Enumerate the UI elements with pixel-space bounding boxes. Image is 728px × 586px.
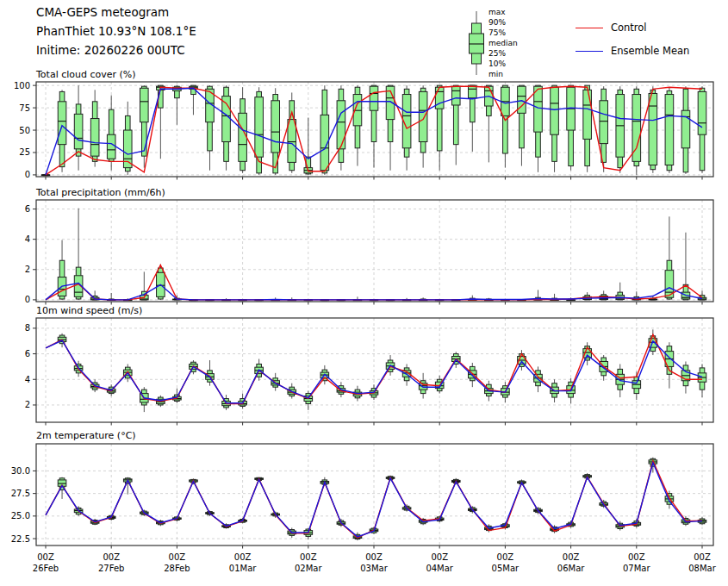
svg-text:01Mar: 01Mar xyxy=(229,564,257,573)
boxplot-legend-label-max: max xyxy=(488,8,506,16)
svg-text:05Mar: 05Mar xyxy=(492,564,520,573)
precip-grid xyxy=(36,200,713,302)
svg-text:75: 75 xyxy=(19,103,30,113)
temp-axis-labels: 22.525.027.530.000Z26Feb00Z27Feb00Z28Feb… xyxy=(11,466,717,573)
precip-boxplots xyxy=(58,209,706,301)
svg-text:06Mar: 06Mar xyxy=(557,564,585,573)
svg-text:27Feb: 27Feb xyxy=(98,564,124,573)
svg-text:00Z: 00Z xyxy=(169,552,186,562)
svg-text:04Mar: 04Mar xyxy=(426,564,453,573)
svg-text:22.5: 22.5 xyxy=(11,534,30,544)
svg-text:27.5: 27.5 xyxy=(11,489,30,498)
svg-text:00Z: 00Z xyxy=(234,552,252,562)
svg-text:00Z: 00Z xyxy=(497,552,514,562)
wind-grid xyxy=(36,318,713,422)
svg-text:100: 100 xyxy=(14,81,30,90)
temp-panel-group: 22.525.027.530.000Z26Feb00Z27Feb00Z28Feb… xyxy=(11,444,717,573)
svg-text:0: 0 xyxy=(25,295,30,304)
svg-text:00Z: 00Z xyxy=(563,552,580,562)
meteogram-chart: 02550751000246246822.525.027.530.000Z26F… xyxy=(0,0,728,586)
svg-text:6: 6 xyxy=(25,349,30,358)
svg-text:2: 2 xyxy=(25,265,30,274)
svg-text:00Z: 00Z xyxy=(365,552,383,562)
meteogram-figure: CMA-GEPS meteogram PhanThiet 10.93°N 108… xyxy=(0,0,728,586)
svg-text:03Mar: 03Mar xyxy=(360,564,388,573)
svg-text:00Z: 00Z xyxy=(628,552,645,562)
boxplot-legend-label-90: 90% xyxy=(488,18,506,27)
svg-text:00Z: 00Z xyxy=(694,552,711,562)
precip-panel-group: 0246 xyxy=(25,200,713,305)
svg-text:07Mar: 07Mar xyxy=(623,564,650,573)
svg-text:28Feb: 28Feb xyxy=(164,564,190,573)
cloud-panel-group: 0255075100 xyxy=(14,81,713,180)
precip-frame xyxy=(36,200,713,302)
svg-text:6: 6 xyxy=(25,204,30,214)
wind-panel-group: 2468 xyxy=(25,318,713,426)
svg-text:8: 8 xyxy=(25,323,30,333)
temp-control-series-line xyxy=(46,461,702,538)
temp-boxplots xyxy=(58,458,706,540)
boxplot-legend-label-25: 25% xyxy=(488,49,506,58)
svg-text:00Z: 00Z xyxy=(103,552,120,562)
svg-text:4: 4 xyxy=(25,375,30,384)
boxplot-legend-label-75: 75% xyxy=(488,28,506,37)
svg-text:00Z: 00Z xyxy=(300,552,317,562)
wind-frame xyxy=(36,318,713,422)
svg-text:4: 4 xyxy=(25,234,30,244)
precip-axis-labels: 0246 xyxy=(25,204,702,304)
svg-text:26Feb: 26Feb xyxy=(33,564,59,573)
svg-text:2: 2 xyxy=(25,400,30,409)
boxplot-legend-label-min: min xyxy=(488,70,503,78)
svg-text:0: 0 xyxy=(25,170,30,179)
svg-text:08Mar: 08Mar xyxy=(688,564,716,573)
boxplot-legend-label-median: median xyxy=(488,39,518,47)
svg-text:25: 25 xyxy=(19,147,30,157)
boxplot-legend-label-10: 10% xyxy=(488,59,506,68)
svg-text:50: 50 xyxy=(19,126,30,135)
svg-text:00Z: 00Z xyxy=(431,552,448,562)
svg-text:02Mar: 02Mar xyxy=(295,564,322,573)
temp-ensemble-mean-series-line xyxy=(46,463,702,537)
svg-text:00Z: 00Z xyxy=(37,552,54,562)
boxplot-legend-glyph: max90%75%median25%10%min xyxy=(470,8,518,78)
svg-text:30.0: 30.0 xyxy=(11,466,30,476)
svg-text:25.0: 25.0 xyxy=(11,511,30,521)
cloud-boxplots xyxy=(41,85,706,176)
